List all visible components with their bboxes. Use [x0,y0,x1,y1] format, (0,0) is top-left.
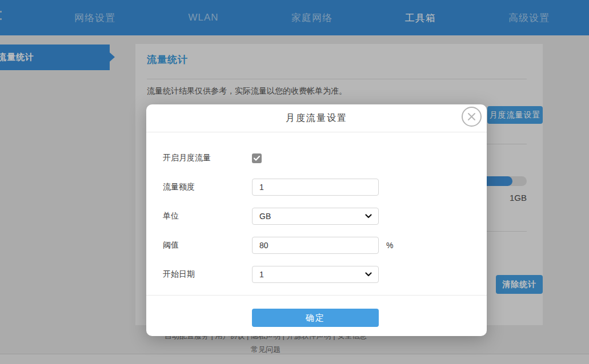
start-date-label: 开始日期 [163,269,252,280]
chevron-down-icon [365,272,372,277]
form-row-threshold: 阈值 % [163,237,470,254]
quota-label: 流量额度 [163,182,252,192]
close-icon [467,112,476,121]
enable-monthly-label: 开启月度流量 [163,153,252,163]
confirm-button[interactable]: 确定 [252,309,379,327]
threshold-label: 阈值 [163,240,252,250]
form-row-quota: 流量额度 [163,179,470,196]
unit-label: 单位 [163,211,252,221]
dialog-body: 开启月度流量 流量额度 单位 GB 阈值 % [146,132,487,283]
quota-input[interactable] [252,179,379,196]
start-date-select-value: 1 [259,270,264,279]
chevron-down-icon [365,214,372,219]
threshold-input[interactable] [252,237,379,254]
unit-select[interactable]: GB [252,208,379,225]
monthly-traffic-dialog: 月度流量设置 开启月度流量 流量额度 单位 GB [146,104,487,336]
unit-select-value: GB [259,212,271,221]
dialog-title: 月度流量设置 [286,112,347,124]
dialog-footer: 确定 [146,295,487,327]
enable-monthly-checkbox[interactable] [252,153,262,163]
check-icon [254,156,260,161]
threshold-percent-suffix: % [386,241,393,250]
form-row-enable-monthly: 开启月度流量 [163,149,470,167]
close-button[interactable] [462,107,482,127]
form-row-unit: 单位 GB [163,208,470,225]
start-date-select[interactable]: 1 [252,266,379,283]
form-row-start-date: 开始日期 1 [163,266,470,283]
dialog-header: 月度流量设置 [146,104,487,132]
